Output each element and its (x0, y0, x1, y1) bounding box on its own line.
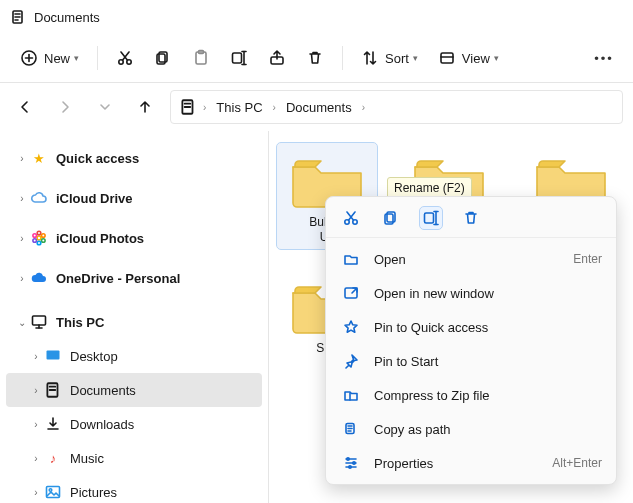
context-label: Properties (374, 456, 433, 471)
context-hotkey: Alt+Enter (552, 456, 602, 470)
download-icon (44, 415, 62, 433)
sort-button[interactable]: Sort ▾ (353, 41, 426, 75)
chevron-down-icon: ⌄ (14, 317, 30, 328)
content-pane[interactable]: Bulk R Uti Sha Rename (F2) (268, 131, 633, 503)
chevron-down-icon: ▾ (413, 53, 418, 63)
share-button[interactable] (260, 41, 294, 75)
paste-button[interactable] (184, 41, 218, 75)
svg-point-26 (37, 231, 41, 235)
tree-downloads[interactable]: › Downloads (6, 407, 262, 441)
tree-label: Desktop (70, 349, 118, 364)
cut-button[interactable] (340, 207, 362, 229)
tree-music[interactable]: › ♪ Music (6, 441, 262, 475)
separator (342, 46, 343, 70)
context-open-new-window[interactable]: Open in new window (326, 276, 616, 310)
tree-pictures[interactable]: › Pictures (6, 475, 262, 503)
copy-button[interactable] (380, 207, 402, 229)
tree-onedrive[interactable]: › OneDrive - Personal (6, 261, 262, 295)
tree-desktop[interactable]: › Desktop (6, 339, 262, 373)
svg-rect-15 (233, 53, 242, 63)
view-icon (438, 49, 456, 67)
chevron-right-icon: › (273, 102, 276, 113)
context-label: Pin to Start (374, 354, 438, 369)
chevron-right-icon: › (362, 102, 365, 113)
ellipsis-icon: ••• (595, 49, 613, 67)
up-button[interactable] (130, 92, 160, 122)
tree-label: Quick access (56, 151, 139, 166)
breadcrumb-this-pc[interactable]: This PC (212, 98, 266, 117)
copy-path-icon (340, 421, 362, 437)
zip-icon (340, 387, 362, 403)
chevron-right-icon: › (14, 233, 30, 244)
tree-label: Pictures (70, 485, 117, 500)
tree-label: Downloads (70, 417, 134, 432)
star-icon (340, 319, 362, 335)
music-icon: ♪ (44, 449, 62, 467)
view-button[interactable]: View ▾ (430, 41, 507, 75)
delete-button[interactable] (460, 207, 482, 229)
trash-icon (306, 49, 324, 67)
context-label: Compress to Zip file (374, 388, 490, 403)
rename-button[interactable] (420, 207, 442, 229)
tree-label: iCloud Photos (56, 231, 144, 246)
sort-label: Sort (385, 51, 409, 66)
context-menu: Open Enter Open in new window Pin to Qui… (325, 196, 617, 485)
svg-point-27 (42, 234, 46, 238)
address-bar[interactable]: › This PC › Documents › (170, 90, 623, 124)
svg-point-40 (49, 489, 52, 492)
scissors-icon (116, 49, 134, 67)
more-button[interactable]: ••• (587, 41, 621, 75)
svg-point-28 (42, 239, 46, 243)
window-title: Documents (34, 10, 100, 25)
context-properties[interactable]: Properties Alt+Enter (326, 446, 616, 480)
tree-icloud-drive[interactable]: › iCloud Drive (6, 181, 262, 215)
svg-rect-39 (47, 487, 60, 498)
window-new-icon (340, 285, 362, 301)
rename-icon (230, 49, 248, 67)
context-open[interactable]: Open Enter (326, 242, 616, 276)
open-icon (340, 251, 362, 267)
tree-label: This PC (56, 315, 104, 330)
tree-icloud-photos[interactable]: › iCloud Photos (6, 221, 262, 255)
title-bar: Documents (0, 0, 633, 34)
command-bar: New ▾ Sort ▾ View ▾ ••• (0, 34, 633, 82)
svg-rect-32 (33, 316, 46, 325)
context-copy-path[interactable]: Copy as path (326, 412, 616, 446)
context-items: Open Enter Open in new window Pin to Qui… (326, 238, 616, 484)
svg-point-31 (33, 234, 37, 238)
cut-button[interactable] (108, 41, 142, 75)
tree-quick-access[interactable]: › ★ Quick access (6, 141, 262, 175)
tree-documents[interactable]: › Documents (6, 373, 262, 407)
chevron-down-icon: ▾ (74, 53, 79, 63)
star-icon: ★ (30, 149, 48, 167)
share-icon (268, 49, 286, 67)
rename-button[interactable] (222, 41, 256, 75)
breadcrumb-documents[interactable]: Documents (282, 98, 356, 117)
context-compress-zip[interactable]: Compress to Zip file (326, 378, 616, 412)
chevron-right-icon: › (14, 273, 30, 284)
desktop-icon (44, 347, 62, 365)
recent-button[interactable] (90, 92, 120, 122)
document-icon (179, 98, 197, 116)
back-button[interactable] (10, 92, 40, 122)
plus-circle-icon (20, 49, 38, 67)
context-label: Pin to Quick access (374, 320, 488, 335)
main-area: › ★ Quick access › iCloud Drive › iCloud… (0, 131, 633, 503)
chevron-right-icon: › (28, 487, 44, 498)
chevron-right-icon: › (14, 153, 30, 164)
cloud-icon (30, 189, 48, 207)
copy-button[interactable] (146, 41, 180, 75)
forward-button[interactable] (50, 92, 80, 122)
delete-button[interactable] (298, 41, 332, 75)
document-icon (10, 9, 26, 25)
tree-this-pc[interactable]: ⌄ This PC (6, 305, 262, 339)
sort-icon (361, 49, 379, 67)
new-button[interactable]: New ▾ (12, 41, 87, 75)
monitor-icon (30, 313, 48, 331)
cloud-icon (30, 269, 48, 287)
pin-icon (340, 353, 362, 369)
svg-point-25 (37, 236, 41, 240)
chevron-right-icon: › (28, 385, 44, 396)
context-pin-quick-access[interactable]: Pin to Quick access (326, 310, 616, 344)
context-pin-start[interactable]: Pin to Start (326, 344, 616, 378)
